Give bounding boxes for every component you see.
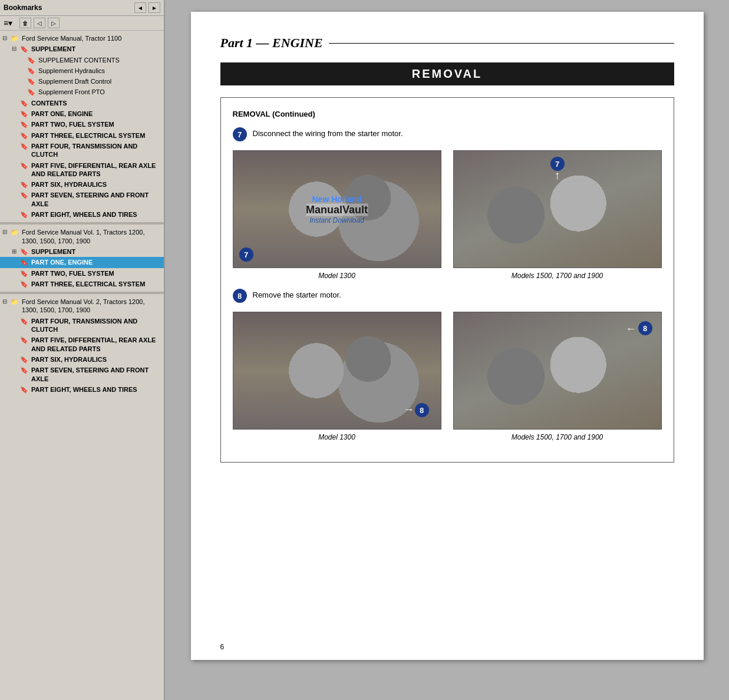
image-cell-4: 8 ← Models 1500, 1700 and 1900 [453, 312, 662, 441]
image-grid-2: 8 → Model 1300 8 ← Models 1500, 1700 and… [233, 312, 662, 441]
tree3-part-eight-item[interactable]: 🔖 PART EIGHT, WHEELS AND TIRES [0, 384, 164, 395]
tree2-supplement-item[interactable]: ⊞ 🔖 SUPPLEMENT [0, 246, 164, 257]
part-seven-item[interactable]: 🔖 PART SEVEN, STEERING AND FRONT AXLE [0, 190, 164, 209]
tree2-part-one-icon: 🔖 [20, 258, 29, 266]
tree2-root[interactable]: ⊟ 📁 Ford Service Manual Vol. 1, Tractors… [0, 227, 164, 246]
back-toolbar-button[interactable]: ◁ [34, 18, 45, 28]
tree3-root[interactable]: ⊟ 📁 Ford Service Manual Vol. 2, Tractors… [0, 296, 164, 316]
image4-caption: Models 1500, 1700 and 1900 [512, 433, 603, 441]
tree2-part-three-item[interactable]: 🔖 PART THREE, ELECTRICAL SYSTEM [0, 279, 164, 289]
contents-icon: 🔖 [20, 99, 29, 107]
part-five-item[interactable]: 🔖 PART FIVE, DIFFERENTIAL, REAR AXLE AND… [0, 160, 164, 180]
sidebar-titlebar: Bookmarks ◄ ► [0, 0, 164, 16]
tree2-part-three-label: PART THREE, ELECTRICAL SYSTEM [31, 280, 145, 288]
tree2-root-label: Ford Service Manual Vol. 1, Tractors 120… [22, 228, 151, 245]
step-8: 8 Remove the starter motor. [233, 289, 662, 303]
supplement-draft-item[interactable]: 🔖 Supplement Draft Control [0, 76, 164, 87]
part-two-item[interactable]: 🔖 PART TWO, FUEL SYSTEM [0, 119, 164, 130]
part-five-label: PART FIVE, DIFFERENTIAL, REAR AXLE AND R… [31, 161, 161, 179]
part-three-label: PART THREE, ELECTRICAL SYSTEM [31, 131, 145, 140]
supplement-contents-item[interactable]: 🔖 SUPPLEMENT CONTENTS [0, 55, 164, 65]
doc-icon2: 🔖 [27, 67, 37, 75]
supplement-draft-label: Supplement Draft Control [38, 77, 111, 85]
main-content: Part 1 — ENGINE REMOVAL REMOVAL (Continu… [165, 0, 729, 700]
tree2-supplement-toggle[interactable]: ⊞ [12, 247, 20, 255]
image2-caption: Models 1500, 1700 and 1900 [512, 272, 603, 280]
engine-photo-2: 7 ↑ [453, 150, 662, 268]
engine-bg-1: New Holland ManualVault Instant Download… [233, 151, 441, 268]
section-banner: REMOVAL [220, 62, 674, 85]
tree3-part-five-icon: 🔖 [20, 336, 29, 344]
delete-toolbar-button[interactable]: 🗑 [19, 18, 31, 28]
part-six-item[interactable]: 🔖 PART SIX, HYDRAULICS [0, 179, 164, 190]
watermark-product: ManualVault [306, 204, 368, 216]
supplement-item[interactable]: ⊟ 🔖 SUPPLEMENT [0, 44, 164, 54]
step-badge-7a: 7 [239, 247, 253, 262]
tree2-toggle[interactable]: ⊟ [2, 228, 11, 236]
tree3-part-six-label: PART SIX, HYDRAULICS [31, 355, 107, 364]
tree3-part-four-label: PART FOUR, TRANSMISSION AND CLUTCH [31, 317, 161, 334]
part-three-icon: 🔖 [20, 131, 29, 140]
tree3-root-label: Ford Service Manual Vol. 2, Tractors 120… [22, 298, 151, 315]
part-one-item[interactable]: 🔖 PART ONE, ENGINE [0, 108, 164, 119]
part-four-item[interactable]: 🔖 PART FOUR, TRANSMISSION AND CLUTCH [0, 141, 164, 160]
part-seven-icon: 🔖 [20, 191, 29, 199]
image1-caption: Model 1300 [318, 272, 355, 280]
tree2-supplement-icon: 🔖 [20, 247, 29, 256]
arrow-up-icon: ↑ [555, 169, 560, 182]
part-one-icon: 🔖 [20, 110, 29, 118]
step-8-text: Remove the starter motor. [253, 289, 341, 299]
tree2-part-two-item[interactable]: 🔖 PART TWO, FUEL SYSTEM [0, 268, 164, 279]
tree1-toggle[interactable]: ⊟ [2, 34, 11, 42]
contents-label: CONTENTS [31, 99, 67, 107]
doc-icon3: 🔖 [27, 77, 37, 85]
part-one-label: PART ONE, ENGINE [31, 110, 93, 118]
contents-item[interactable]: 🔖 CONTENTS [0, 98, 164, 108]
tree2-part-one-item[interactable]: 🔖 PART ONE, ENGINE [0, 257, 164, 268]
part-seven-label: PART SEVEN, STEERING AND FRONT AXLE [31, 191, 161, 208]
engine-photo-4: 8 ← [453, 312, 662, 430]
tree3-part-six-item[interactable]: 🔖 PART SIX, HYDRAULICS [0, 354, 164, 365]
image-cell-3: 8 → Model 1300 [233, 312, 441, 441]
step-7-text: Disconnect the wiring from the starter m… [253, 127, 403, 138]
tree3-part-four-item[interactable]: 🔖 PART FOUR, TRANSMISSION AND CLUTCH [0, 316, 164, 335]
image-cell-1: New Holland ManualVault Instant Download… [233, 150, 441, 280]
part-four-icon: 🔖 [20, 142, 29, 150]
part-four-label: PART FOUR, TRANSMISSION AND CLUTCH [31, 142, 161, 159]
divider1 [0, 222, 164, 224]
content-box: REMOVAL (Continued) 7 Disconnect the wir… [220, 97, 674, 463]
tree3-part-eight-icon: 🔖 [20, 385, 29, 394]
supplement-toggle[interactable]: ⊟ [12, 45, 20, 52]
supplement-hydraulics-item[interactable]: 🔖 Supplement Hydraulics [0, 65, 164, 76]
part-two-icon: 🔖 [20, 120, 29, 128]
engine-bg-4: 8 ← [454, 312, 661, 429]
doc-icon: 🔖 [27, 56, 37, 64]
engine-photo-3: 8 → [233, 312, 441, 430]
tree1-root[interactable]: ⊟ 📁 Ford Service Manual, Tractor 1100 [0, 33, 164, 44]
part-six-icon: 🔖 [20, 180, 29, 189]
supplement-pto-item[interactable]: 🔖 Supplement Front PTO [0, 87, 164, 97]
tree3-part-five-item[interactable]: 🔖 PART FIVE, DIFFERENTIAL, REAR AXLE AND… [0, 335, 164, 354]
watermark-brand: New Holland [306, 194, 368, 204]
tree3-part-eight-label: PART EIGHT, WHEELS AND TIRES [31, 385, 137, 394]
image3-caption: Model 1300 [318, 433, 355, 441]
tree3-toggle[interactable]: ⊟ [2, 298, 11, 305]
doc-icon4: 🔖 [27, 88, 37, 96]
tree1-root-label: Ford Service Manual, Tractor 1100 [22, 34, 121, 42]
tree3-part-seven-item[interactable]: 🔖 PART SEVEN, STEERING AND FRONT AXLE [0, 365, 164, 384]
part-eight-item[interactable]: 🔖 PART EIGHT, WHEELS AND TIRES [0, 209, 164, 220]
watermark-sub: Instant Download [306, 216, 368, 224]
supplement-icon: 🔖 [20, 45, 29, 53]
menu-icon: ≡▾ [4, 18, 12, 28]
collapse-button[interactable]: ◄ [134, 2, 146, 13]
sidebar: Bookmarks ◄ ► ≡▾ 🗑 ◁ ▷ ⊟ 📁 Ford Service … [0, 0, 165, 700]
forward-toolbar-button[interactable]: ▷ [48, 18, 60, 28]
watermark: New Holland ManualVault Instant Download [306, 194, 368, 224]
supplement-contents-label: SUPPLEMENT CONTENTS [38, 56, 120, 64]
engine-photo-1: New Holland ManualVault Instant Download… [233, 150, 441, 268]
step-7: 7 Disconnect the wiring from the starter… [233, 127, 662, 141]
expand-button[interactable]: ► [149, 2, 160, 13]
tree2-supplement-label: SUPPLEMENT [31, 247, 75, 256]
document-page: Part 1 — ENGINE REMOVAL REMOVAL (Continu… [191, 12, 704, 660]
part-three-item[interactable]: 🔖 PART THREE, ELECTRICAL SYSTEM [0, 130, 164, 141]
